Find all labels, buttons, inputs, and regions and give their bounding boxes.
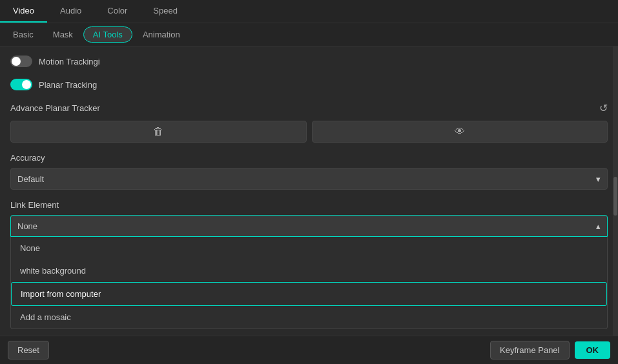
link-element-select[interactable]: None [10,215,608,237]
accuracy-chevron-down-icon [596,174,601,184]
ok-button[interactable]: OK [575,341,611,359]
delete-icon: 🗑 [153,126,163,137]
motion-tracking-label: Motion Tracking [39,57,98,66]
sub-tab-bar: Basic Mask AI Tools Animation [0,23,618,46]
keyframe-panel-button[interactable]: Keyframe Panel [490,341,570,359]
link-element-value: None [17,221,37,231]
top-tab-bar: Video Audio Color Speed [0,0,618,23]
accuracy-select[interactable]: Default [10,168,608,190]
sub-tab-mask[interactable]: Mask [44,27,82,42]
motion-tracking-info-icon[interactable]: i [98,57,100,66]
accuracy-label: Accuracy [10,153,608,163]
planar-toggle-thumb [22,80,31,89]
dropdown-item-import-from-computer[interactable]: Import from computer [11,282,607,306]
dropdown-item-add-a-mosaic[interactable]: Add a mosaic [11,306,607,329]
sub-tab-animation[interactable]: Animation [134,27,189,42]
bottom-bar: Reset Keyframe Panel OK [0,336,618,364]
main-content: Motion Tracking i Planar Tracking Advanc… [0,46,618,336]
tab-speed[interactable]: Speed [140,0,191,23]
link-element-chevron-up-icon [596,221,601,231]
toggle-thumb [12,57,21,66]
scrollbar-thumb[interactable] [613,177,617,216]
link-element-label: Link Element [10,200,608,210]
tab-video[interactable]: Video [0,0,47,23]
accuracy-value: Default [17,174,44,184]
eye-button[interactable]: 👁 [312,121,608,143]
planar-tracking-toggle[interactable] [10,79,32,90]
advance-planar-tracker-title: Advance Planar Tracker [10,103,100,113]
sub-tab-aitools[interactable]: AI Tools [83,26,132,43]
sub-tab-basic[interactable]: Basic [4,27,43,42]
planar-tracking-row: Planar Tracking [10,79,608,90]
motion-tracking-row: Motion Tracking i [10,56,608,67]
dropdown-item-none[interactable]: None [11,237,607,259]
advance-planar-tracker-reset-icon[interactable]: ↺ [599,102,608,114]
bottom-right-actions: Keyframe Panel OK [490,341,610,359]
dropdown-item-white-background[interactable]: white background [11,259,607,282]
link-element-dropdown: None white background Import from comput… [10,237,608,329]
delete-button[interactable]: 🗑 [10,121,307,143]
tab-color[interactable]: Color [94,0,140,23]
motion-tracking-toggle[interactable] [10,56,32,67]
tab-audio[interactable]: Audio [47,0,94,23]
action-buttons-row: 🗑 👁 [10,121,608,143]
reset-button[interactable]: Reset [8,341,49,359]
scrollbar-track[interactable] [613,46,618,336]
advance-planar-tracker-header: Advance Planar Tracker ↺ [10,102,608,114]
eye-icon: 👁 [455,126,465,137]
planar-tracking-label: Planar Tracking [39,80,97,90]
